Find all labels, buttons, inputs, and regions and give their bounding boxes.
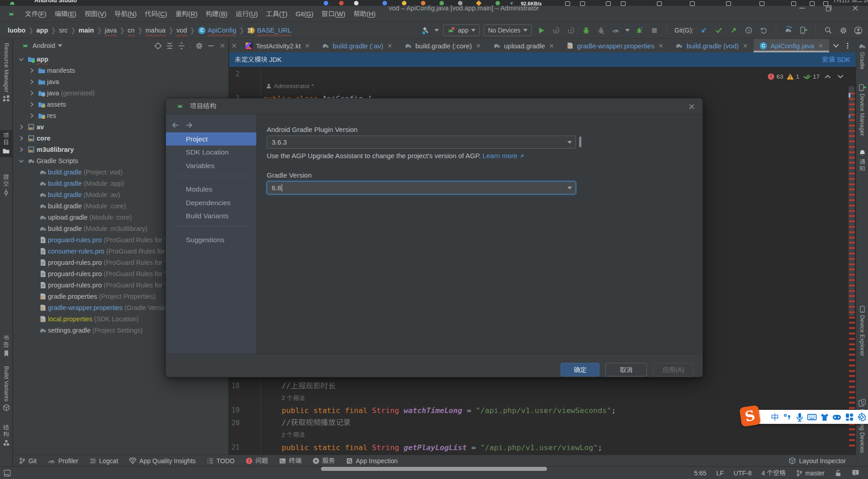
- toolwindow-layout-inspector[interactable]: Layout Inspector: [783, 455, 851, 466]
- error-stripe-mark[interactable]: [849, 226, 855, 228]
- cancel-button[interactable]: [605, 363, 647, 376]
- tab-upload-gradle[interactable]: upload.gradle✕: [487, 39, 560, 52]
- breadcrumb-item[interactable]: luobo: [8, 27, 25, 34]
- error-stripe-mark[interactable]: [849, 125, 855, 127]
- dialog-nav-suggestions[interactable]: Suggestions: [166, 233, 256, 246]
- error-stripe-mark[interactable]: [849, 402, 855, 404]
- info-stripe-mark[interactable]: [849, 93, 850, 98]
- readonly-toggle[interactable]: [830, 470, 847, 477]
- sogou-logo-icon[interactable]: S: [739, 405, 761, 427]
- info-stripe-mark[interactable]: [849, 115, 850, 118]
- tray-app-icon[interactable]: [354, 1, 359, 5]
- menu-e[interactable]: (E): [51, 6, 80, 22]
- error-stripe-mark[interactable]: [849, 258, 855, 260]
- error-stripe-mark[interactable]: [849, 317, 855, 319]
- maximize-button[interactable]: [818, 0, 839, 16]
- tray-system-icon[interactable]: [657, 1, 662, 6]
- tab-close-icon[interactable]: ✕: [818, 42, 823, 49]
- error-stripe-mark[interactable]: [849, 188, 855, 190]
- tool-stripe-项目[interactable]: [0, 130, 12, 157]
- forward-icon[interactable]: [185, 121, 193, 129]
- git-push-button[interactable]: [728, 25, 739, 36]
- tab-close-icon[interactable]: ✕: [658, 42, 663, 49]
- learn-more-link[interactable]: Learn more: [483, 152, 524, 160]
- file-encoding[interactable]: UTF-8: [729, 470, 757, 477]
- toolwindow-git[interactable]: Git: [13, 455, 42, 466]
- install-sdk-link[interactable]: SDK: [822, 56, 850, 63]
- error-stripe-mark[interactable]: [849, 391, 855, 393]
- error-stripe-mark[interactable]: [849, 130, 855, 132]
- stop-button[interactable]: [649, 25, 660, 36]
- error-stripe-mark[interactable]: [849, 380, 855, 382]
- error-stripe-mark[interactable]: [849, 354, 855, 356]
- tray-system-icon[interactable]: [580, 1, 585, 6]
- tool-stripe-提交[interactable]: [0, 172, 12, 199]
- expand-all-button[interactable]: [164, 40, 175, 52]
- error-stripe-mark[interactable]: [849, 108, 855, 110]
- error-stripe-mark[interactable]: [849, 327, 855, 329]
- breadcrumb-item[interactable]: vod: [176, 27, 187, 34]
- error-stripe-mark[interactable]: [849, 173, 855, 174]
- tab-close-icon[interactable]: ✕: [549, 42, 554, 49]
- combo-arrow-icon[interactable]: [564, 136, 576, 148]
- settings-button[interactable]: [838, 25, 849, 36]
- tool-stripe-device-manager[interactable]: Device Manager: [856, 81, 868, 138]
- error-stripe-mark[interactable]: [849, 221, 855, 222]
- tree-toggle-icon[interactable]: [28, 112, 35, 119]
- sogou-toolbox-icon[interactable]: [843, 412, 856, 422]
- tool-window-switcher-icon[interactable]: [4, 470, 11, 477]
- git-branch[interactable]: master: [791, 470, 830, 477]
- error-stripe-mark[interactable]: [849, 103, 855, 105]
- recent-close-icon[interactable]: [229, 39, 239, 52]
- tray-system-icon[interactable]: [690, 1, 695, 6]
- tree-toggle-icon[interactable]: [28, 89, 35, 97]
- tree-item-java[interactable]: java (generated): [13, 87, 228, 99]
- menu-w[interactable]: (W): [317, 6, 349, 22]
- attach-debugger-button[interactable]: [595, 25, 606, 36]
- agp-version-combobox[interactable]: 3.6.3: [267, 136, 576, 149]
- error-stripe-mark[interactable]: [849, 428, 855, 430]
- error-stripe-mark[interactable]: [849, 146, 855, 148]
- toolwindow-服务[interactable]: [307, 455, 340, 466]
- tree-toggle-icon[interactable]: [28, 101, 35, 108]
- error-stripe-mark[interactable]: [849, 338, 855, 340]
- tree-item-app[interactable]: app: [13, 53, 228, 65]
- error-stripe-mark[interactable]: [849, 279, 855, 281]
- error-stripe-mark[interactable]: [849, 439, 855, 441]
- event-log-button[interactable]: [847, 469, 864, 477]
- tray-app-icon[interactable]: [382, 1, 387, 5]
- tab-gradle-wrapper-properties[interactable]: gradle-wrapper.properties✕: [560, 39, 670, 52]
- error-stripe-mark[interactable]: [849, 151, 855, 153]
- breadcrumb-item[interactable]: java: [105, 27, 117, 34]
- close-panel-button[interactable]: [217, 40, 228, 52]
- panel-settings-button[interactable]: [193, 40, 205, 52]
- error-stripe-mark[interactable]: [849, 311, 855, 313]
- error-stripe-mark[interactable]: [849, 322, 855, 324]
- combo-arrow-icon[interactable]: [564, 182, 576, 194]
- tray-app-icon[interactable]: [339, 1, 344, 5]
- locate-button[interactable]: [152, 40, 164, 52]
- tray-system-icon[interactable]: [606, 1, 611, 6]
- breadcrumb-item[interactable]: app: [37, 27, 48, 34]
- git-update-button[interactable]: [698, 25, 709, 36]
- error-stripe-mark[interactable]: [849, 215, 855, 217]
- git-commit-button[interactable]: [713, 25, 724, 36]
- code-author-inlay[interactable]: Administrator *: [266, 83, 314, 89]
- sogou-keyboard-icon[interactable]: [806, 412, 819, 422]
- error-stripe-mark[interactable]: [849, 268, 855, 270]
- tab-close-icon[interactable]: ✕: [305, 42, 310, 49]
- tree-item-manifests[interactable]: manifests: [13, 65, 228, 76]
- tree-toggle-icon[interactable]: [18, 56, 25, 63]
- dialog-nav-modules[interactable]: Modules: [166, 183, 256, 196]
- tree-toggle-icon[interactable]: [28, 67, 35, 74]
- ok-button[interactable]: [561, 363, 599, 376]
- error-stripe-mark[interactable]: [849, 167, 855, 169]
- menu-c[interactable]: (C): [141, 6, 171, 22]
- tree-item-java[interactable]: java: [13, 76, 228, 87]
- tab-testactivity2-kt[interactable]: TestActivity2.kt✕: [239, 39, 316, 52]
- caret-position[interactable]: 5:65: [689, 470, 711, 477]
- menu-g[interactable]: Git(G): [292, 6, 317, 22]
- breadcrumb-item[interactable]: src: [59, 27, 67, 34]
- close-button[interactable]: [845, 0, 866, 16]
- toolwindow-终端[interactable]: [274, 455, 307, 466]
